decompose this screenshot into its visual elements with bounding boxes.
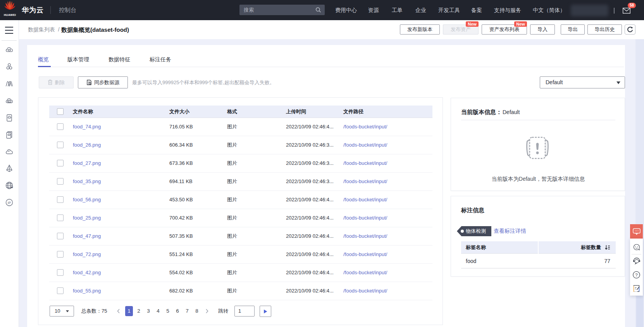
svg-text:IP: IP: [8, 201, 11, 205]
svg-text:HUAWEI: HUAWEI: [4, 13, 16, 17]
svg-text:w: w: [10, 186, 13, 189]
svg-text:?: ?: [635, 273, 637, 277]
